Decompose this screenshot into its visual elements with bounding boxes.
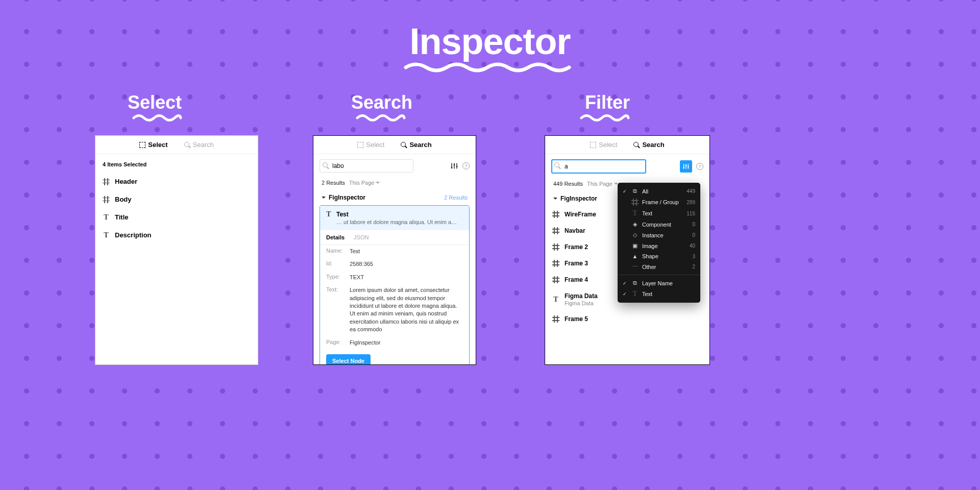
tab-label: Select [366, 141, 384, 149]
selection-item[interactable]: TTitle [103, 208, 251, 226]
kv-key: Page: [326, 339, 350, 347]
frame-icon [552, 211, 559, 218]
filters-icon[interactable] [450, 162, 458, 170]
tab-search[interactable]: Search [401, 141, 431, 149]
tab-details[interactable]: Details [326, 234, 345, 240]
item-label: Header [115, 178, 137, 185]
frame-icon [552, 315, 559, 323]
section-title-filter: Filter [585, 92, 630, 113]
section-squiggle [132, 113, 183, 122]
filter-count: 115 [687, 211, 695, 216]
filter-option[interactable]: ✓⧉All449 [618, 186, 700, 197]
section-title-search: Search [351, 92, 412, 113]
text-icon: T [631, 210, 639, 217]
help-icon[interactable]: ? [696, 163, 703, 170]
filter-label: Text [642, 210, 683, 216]
section-title-select: Select [128, 92, 182, 113]
frame-icon [103, 178, 110, 185]
filter-label: Shape [642, 253, 689, 259]
kv-value: TEXT [350, 274, 463, 281]
filters-button[interactable] [680, 160, 692, 173]
results-count: 2 Results [322, 180, 345, 186]
selection-list: HeaderBodyTTitleTDescription [103, 173, 251, 244]
searchin-option[interactable]: ✓⧉Layer Name [618, 278, 700, 288]
searchin-option[interactable]: ✓TText [618, 288, 700, 300]
filter-label: Other [642, 264, 689, 270]
results-count: 449 Results [553, 181, 583, 187]
check-icon: ✓ [623, 291, 628, 297]
scope-selector[interactable]: This Page [587, 181, 618, 187]
group-count: 2 Results [444, 194, 468, 201]
panel-search: Select Search ? 2 Results This Page FigI… [313, 135, 476, 365]
filter-count: 2 [692, 264, 695, 270]
selection-item[interactable]: Header [103, 173, 251, 190]
svg-point-5 [688, 166, 689, 168]
selection-item[interactable]: TDescription [103, 226, 251, 244]
filter-count: 40 [690, 243, 695, 249]
search-icon [184, 142, 190, 148]
results-line: 2 Results This Page [313, 178, 476, 188]
search-icon [633, 142, 640, 148]
filter-option[interactable]: ⋯Other2 [618, 261, 700, 272]
chevron-down-icon [376, 181, 380, 185]
select-icon [139, 142, 145, 148]
section-squiggle [355, 113, 406, 122]
selection-item[interactable]: Body [103, 190, 251, 208]
shape-icon: ▲ [632, 253, 638, 259]
tab-select[interactable]: Select [139, 141, 167, 149]
group-name: FigInspector [329, 194, 365, 201]
hero-title: Inspector [409, 20, 570, 62]
select-node-button[interactable]: Select Node [326, 354, 371, 365]
search-input[interactable] [320, 159, 413, 173]
filter-label: Image [642, 243, 686, 249]
tab-select[interactable]: Select [590, 141, 617, 149]
text-icon: T [631, 290, 639, 298]
svg-point-0 [451, 167, 453, 168]
node-item[interactable]: Frame 5 [545, 311, 709, 327]
group-header[interactable]: FigInspector 2 Results [313, 188, 476, 205]
filter-option[interactable]: Frame / Group289 [618, 197, 700, 208]
tab-label: Search [642, 141, 664, 149]
filter-count: 3 [692, 254, 695, 259]
filter-count: 0 [692, 232, 695, 238]
frame-icon [552, 260, 559, 267]
tab-search[interactable]: Search [184, 141, 214, 149]
help-icon[interactable]: ? [462, 162, 470, 169]
svg-point-4 [685, 165, 687, 166]
search-icon [554, 162, 560, 168]
filter-option[interactable]: ◈Component0 [618, 219, 700, 230]
text-icon: T [103, 232, 110, 239]
select-icon [357, 142, 363, 148]
filter-count: 0 [692, 222, 695, 227]
tab-search[interactable]: Search [633, 141, 664, 149]
filter-option[interactable]: TText115 [618, 208, 700, 219]
filter-option[interactable]: ▲Shape3 [618, 251, 700, 261]
filter-option[interactable]: ◇Instance0 [618, 230, 700, 240]
tab-select[interactable]: Select [357, 141, 384, 149]
tab-label: Search [409, 141, 431, 149]
search-bar: ? [313, 154, 476, 178]
item-label: Description [115, 231, 152, 239]
search-input[interactable] [551, 159, 646, 174]
scope-selector[interactable]: This Page [349, 180, 380, 186]
node-label: WireFrame [565, 211, 596, 218]
tab-json[interactable]: JSON [354, 234, 369, 240]
kv-key: Type: [326, 274, 350, 281]
search-bar: ? [545, 154, 709, 179]
kv-value: Lorem ipsum dolor sit amet, consectetur … [350, 286, 463, 333]
filter-option[interactable]: ▣Image40 [618, 240, 700, 251]
filter-label: Instance [642, 232, 689, 238]
kv-value: Test [350, 248, 463, 255]
frame-icon [631, 199, 639, 206]
item-label: Body [115, 195, 132, 203]
card-sub: … ut labore et dolore magna aliqua. Ut e… [336, 219, 459, 225]
filter-count: 289 [687, 200, 695, 205]
searchin-label: Text [642, 291, 695, 297]
layers-icon: ⧉ [633, 188, 637, 194]
result-card[interactable]: T Test … ut labore et dolore magna aliqu… [320, 205, 470, 365]
node-label: Figma Data [565, 292, 598, 300]
frame-icon [103, 196, 110, 203]
triangle-down-icon [553, 198, 557, 202]
image-icon: ▣ [632, 242, 638, 249]
svg-point-2 [456, 166, 458, 167]
